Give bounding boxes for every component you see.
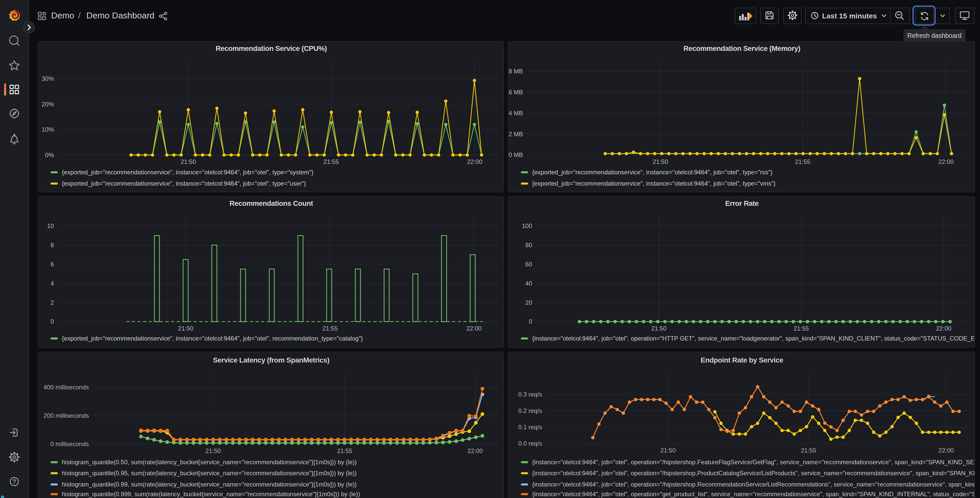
svg-text:{exported_job="recommendations: {exported_job="recommendationservice", i… <box>62 168 313 176</box>
svg-text:{exported_job="recommendations: {exported_job="recommendationservice", i… <box>532 168 772 176</box>
svg-text:2: 2 <box>51 299 54 306</box>
svg-text:22:00: 22:00 <box>467 158 482 165</box>
svg-text:21:55: 21:55 <box>795 158 810 165</box>
svg-text:21:50: 21:50 <box>205 447 221 454</box>
svg-text:22:00: 22:00 <box>939 447 954 453</box>
svg-text:histogram_quantile(0.95, sum(r: histogram_quantile(0.95, sum(rate(latenc… <box>62 469 356 476</box>
svg-text:21:55: 21:55 <box>323 158 339 165</box>
svg-text:21:55: 21:55 <box>337 447 352 454</box>
svg-text:Recommendation Service (CPU%): Recommendation Service (CPU%) <box>216 44 327 52</box>
svg-text:0%: 0% <box>45 152 54 158</box>
svg-text:Endpoint Rate by Service: Endpoint Rate by Service <box>700 356 783 364</box>
svg-text:0 milliseconds: 0 milliseconds <box>50 440 89 447</box>
svg-text:21:50: 21:50 <box>181 158 196 165</box>
svg-text:0.2 req/s: 0.2 req/s <box>518 407 542 414</box>
svg-text:21:55: 21:55 <box>801 447 816 453</box>
svg-text:histogram_quantile(0.50, sum(r: histogram_quantile(0.50, sum(rate(latenc… <box>62 458 356 465</box>
svg-text:0.3 req/s: 0.3 req/s <box>518 391 542 397</box>
svg-text:{exported_job="recommendations: {exported_job="recommendationservice", i… <box>62 180 306 187</box>
svg-text:{exported_job="recommendations: {exported_job="recommendationservice", i… <box>532 180 775 187</box>
svg-text:22:00: 22:00 <box>468 447 483 454</box>
svg-text:20%: 20% <box>41 101 54 107</box>
svg-text:Service Latency (from SpanMetr: Service Latency (from SpanMetrics) <box>213 356 329 364</box>
svg-text:22:00: 22:00 <box>936 325 951 332</box>
svg-text:60: 60 <box>525 261 532 268</box>
svg-text:10%: 10% <box>41 126 54 132</box>
svg-text:21:55: 21:55 <box>322 325 338 332</box>
svg-text:{instance="otelcol:9464", job=: {instance="otelcol:9464", job="otel", op… <box>532 458 975 465</box>
svg-text:0.1 req/s: 0.1 req/s <box>518 423 542 430</box>
svg-text:0.0 req/s: 0.0 req/s <box>518 440 542 447</box>
svg-text:4: 4 <box>51 280 54 287</box>
svg-text:200 milliseconds: 200 milliseconds <box>44 412 89 419</box>
svg-text:8: 8 <box>51 242 54 249</box>
svg-text:8 MB: 8 MB <box>508 67 523 74</box>
svg-text:21:50: 21:50 <box>660 447 676 453</box>
svg-text:{instance="otelcol:9464", job=: {instance="otelcol:9464", job="otel", op… <box>532 480 975 487</box>
svg-text:{instance="otelcol:9464", job=: {instance="otelcol:9464", job="otel", op… <box>532 335 975 342</box>
svg-text:{instance="otelcol:9464", job=: {instance="otelcol:9464", job="otel", op… <box>532 490 975 497</box>
svg-text:400 milliseconds: 400 milliseconds <box>44 383 89 390</box>
svg-text:0 MB: 0 MB <box>508 151 523 158</box>
svg-text:histogram_quantile(0.999, sum(: histogram_quantile(0.999, sum(rate(laten… <box>62 490 360 497</box>
svg-text:histogram_quantile(0.99, sum(r: histogram_quantile(0.99, sum(rate(latenc… <box>62 480 356 487</box>
svg-text:?: ? <box>13 478 16 485</box>
svg-text:Recommendations Count: Recommendations Count <box>229 200 313 208</box>
svg-text:80: 80 <box>525 242 532 249</box>
svg-text:22:00: 22:00 <box>466 325 482 332</box>
svg-text:30%: 30% <box>41 75 54 82</box>
svg-text:0: 0 <box>528 318 532 325</box>
svg-text:6: 6 <box>51 261 54 268</box>
svg-text:22:00: 22:00 <box>938 158 953 165</box>
svg-text:{exported_job="recommendations: {exported_job="recommendationservice", i… <box>62 335 363 342</box>
svg-text:21:55: 21:55 <box>793 325 808 332</box>
svg-text:0: 0 <box>51 318 54 325</box>
svg-text:4 MB: 4 MB <box>508 109 523 117</box>
svg-text:6 MB: 6 MB <box>508 88 523 95</box>
svg-text:2 MB: 2 MB <box>508 130 523 137</box>
svg-text:20: 20 <box>525 299 532 306</box>
svg-text:100: 100 <box>522 222 532 229</box>
svg-text:{instance="otelcol:9464", job=: {instance="otelcol:9464", job="otel", op… <box>532 469 975 476</box>
svg-text:21:50: 21:50 <box>178 325 193 332</box>
svg-text:40: 40 <box>525 280 532 287</box>
svg-text:21:50: 21:50 <box>652 158 668 165</box>
svg-text:21:50: 21:50 <box>651 325 666 332</box>
svg-text:Recommendation Service (Memory: Recommendation Service (Memory) <box>683 44 800 52</box>
svg-text:Error Rate: Error Rate <box>725 200 759 208</box>
svg-text:10: 10 <box>47 222 54 229</box>
